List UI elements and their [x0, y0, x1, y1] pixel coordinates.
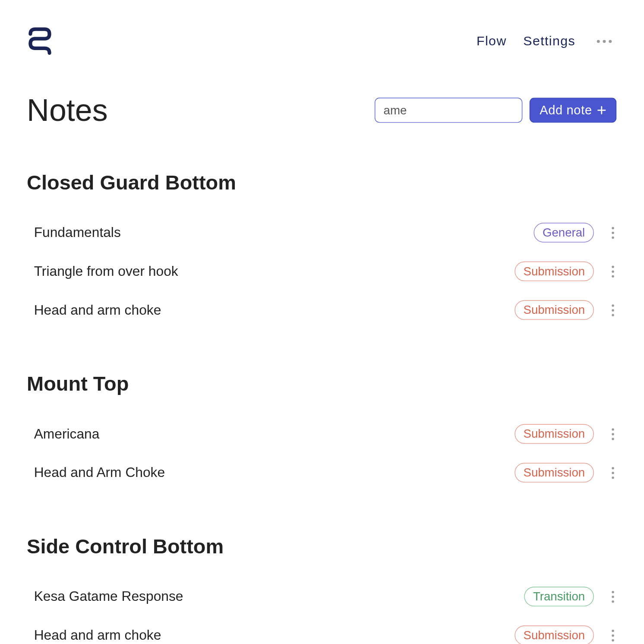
section-title: Mount Top	[27, 373, 616, 396]
note-row[interactable]: Kesa Gatame ResponseTransition	[27, 577, 616, 616]
note-right: Submission	[515, 463, 617, 483]
note-row[interactable]: Head and Arm ChokeSubmission	[27, 453, 616, 492]
note-title: Triangle from over hook	[34, 263, 178, 279]
add-note-label: Add note	[540, 103, 592, 117]
row-menu-icon[interactable]	[609, 464, 617, 481]
row-menu-icon[interactable]	[609, 302, 617, 319]
note-right: General	[534, 223, 616, 243]
search-input[interactable]	[375, 98, 522, 123]
note-title: Head and arm choke	[34, 627, 161, 643]
tag-submission: Submission	[515, 300, 594, 320]
tag-general: General	[534, 223, 594, 243]
section-title: Side Control Bottom	[27, 535, 616, 558]
tag-submission: Submission	[515, 424, 594, 444]
note-title: Head and Arm Choke	[34, 464, 165, 480]
note-row[interactable]: FundamentalsGeneral	[27, 213, 616, 252]
more-menu-icon[interactable]	[592, 35, 617, 47]
row-menu-icon[interactable]	[609, 426, 617, 442]
row-menu-icon[interactable]	[609, 224, 617, 241]
note-right: Submission	[515, 300, 617, 320]
note-title: Fundamentals	[34, 224, 121, 240]
note-row[interactable]: AmericanaSubmission	[27, 414, 616, 453]
row-menu-icon[interactable]	[609, 588, 617, 605]
note-row[interactable]: Head and arm chokeSubmission	[27, 290, 616, 329]
note-right: Transition	[524, 587, 616, 606]
note-right: Submission	[515, 625, 617, 644]
plus-icon	[597, 105, 606, 115]
page-title: Notes	[27, 92, 107, 128]
note-title: Americana	[34, 426, 100, 442]
title-actions: Add note	[375, 98, 616, 123]
tag-submission: Submission	[515, 262, 594, 281]
section-title: Closed Guard Bottom	[27, 171, 616, 194]
add-note-button[interactable]: Add note	[530, 98, 617, 123]
section: Side Control BottomKesa Gatame ResponseT…	[27, 535, 616, 644]
nav-flow[interactable]: Flow	[477, 33, 507, 49]
section: Closed Guard BottomFundamentalsGeneralTr…	[27, 171, 616, 329]
tag-transition: Transition	[524, 587, 594, 606]
nav: Flow Settings	[477, 33, 616, 49]
note-title: Kesa Gatame Response	[34, 588, 183, 604]
row-menu-icon[interactable]	[609, 627, 617, 644]
note-title: Head and arm choke	[34, 302, 161, 318]
note-right: Submission	[515, 262, 617, 281]
note-row[interactable]: Triangle from over hookSubmission	[27, 252, 616, 291]
section: Mount TopAmericanaSubmissionHead and Arm…	[27, 373, 616, 492]
app-logo[interactable]	[27, 27, 53, 55]
nav-settings[interactable]: Settings	[523, 33, 575, 49]
title-row: Notes Add note	[27, 92, 616, 128]
tag-submission: Submission	[515, 463, 594, 483]
note-row[interactable]: Head and arm chokeSubmission	[27, 616, 616, 644]
note-right: Submission	[515, 424, 617, 444]
row-menu-icon[interactable]	[609, 263, 617, 280]
tag-submission: Submission	[515, 625, 594, 644]
header: Flow Settings	[27, 27, 616, 55]
